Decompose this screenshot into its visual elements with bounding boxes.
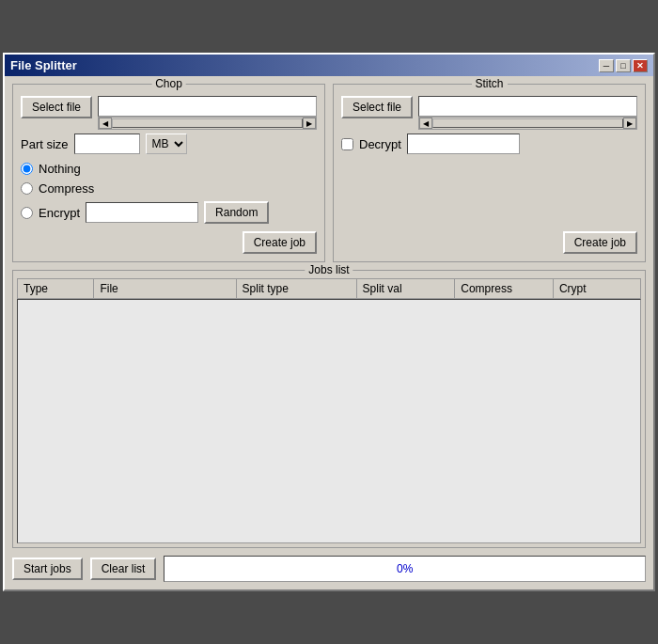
- col-header-type: Type: [18, 279, 94, 299]
- radio-nothing-row: Nothing: [21, 162, 317, 176]
- jobs-table-head: Type File Split type Split val Compress …: [18, 279, 641, 299]
- main-content: Chop Select file ◀ ▶: [5, 76, 653, 589]
- close-button[interactable]: ✕: [633, 59, 648, 72]
- chop-legend: Chop: [151, 77, 186, 90]
- stitch-file-input[interactable]: [418, 96, 637, 117]
- stitch-file-scrollbar: ◀ ▶: [418, 117, 637, 130]
- col-header-file: File: [94, 279, 236, 299]
- jobs-body-area: [17, 299, 641, 543]
- col-header-compress: Compress: [455, 279, 554, 299]
- chop-panel: Chop Select file ◀ ▶: [12, 84, 325, 262]
- progress-text: 0%: [397, 562, 413, 575]
- window-title: File Splitter: [10, 58, 77, 72]
- jobs-section: Jobs list Type File Split type Split val…: [12, 270, 646, 548]
- bottom-row: Start jobs Clear list 0%: [12, 556, 646, 582]
- jobs-legend: Jobs list: [305, 263, 352, 276]
- random-button[interactable]: Random: [204, 201, 269, 224]
- decrypt-checkbox[interactable]: [341, 138, 353, 150]
- stitch-panel-inner: Select file ◀ ▶ Decry: [341, 96, 637, 254]
- chop-create-job-button[interactable]: Create job: [243, 231, 317, 254]
- stitch-legend: Stitch: [471, 77, 507, 90]
- stitch-create-job-row: Create job: [341, 231, 637, 254]
- maximize-button[interactable]: □: [616, 59, 631, 72]
- chop-scrollbar-thumb[interactable]: [112, 118, 303, 128]
- jobs-table-header-row: Type File Split type Split val Compress …: [18, 279, 641, 299]
- decrypt-row: Decrypt: [341, 134, 637, 154]
- col-header-splitval: Split val: [356, 279, 455, 299]
- chop-create-job-row: Create job: [21, 231, 317, 254]
- stitch-scrollbar-right[interactable]: ▶: [623, 118, 636, 129]
- part-size-row: Part size MB KB GB: [21, 134, 317, 154]
- stitch-scrollbar-thumb[interactable]: [432, 118, 623, 128]
- chop-scrollbar-left[interactable]: ◀: [99, 118, 112, 129]
- decrypt-label: Decrypt: [359, 137, 401, 151]
- stitch-panel: Stitch Select file ◀ ▶: [333, 84, 646, 262]
- encrypt-input[interactable]: [86, 202, 198, 223]
- decrypt-input[interactable]: [407, 134, 520, 154]
- radio-nothing[interactable]: [21, 163, 33, 175]
- encrypt-row: Encrypt Random: [21, 201, 317, 224]
- chop-select-file-button[interactable]: Select file: [21, 96, 92, 118]
- radio-encrypt-label: Encrypt: [39, 206, 80, 220]
- clear-list-button[interactable]: Clear list: [90, 558, 157, 580]
- stitch-scrollbar-left[interactable]: ◀: [419, 118, 432, 129]
- radio-compress[interactable]: [21, 182, 33, 195]
- unit-dropdown[interactable]: MB KB GB: [146, 134, 187, 154]
- stitch-select-file-button[interactable]: Select file: [341, 96, 413, 118]
- chop-file-scrollbar: ◀ ▶: [98, 117, 317, 130]
- main-window: File Splitter ─ □ ✕ Chop Select file: [3, 53, 655, 591]
- title-bar-buttons: ─ □ ✕: [599, 59, 648, 72]
- stitch-file-row: Select file ◀ ▶: [341, 96, 637, 130]
- radio-encrypt[interactable]: [21, 207, 33, 219]
- chop-file-row: Select file ◀ ▶: [21, 96, 317, 130]
- chop-scrollbar-right[interactable]: ▶: [303, 118, 316, 129]
- chop-file-input[interactable]: [98, 96, 317, 117]
- panels-row: Chop Select file ◀ ▶: [12, 84, 646, 262]
- title-bar: File Splitter ─ □ ✕: [5, 55, 653, 76]
- part-size-input[interactable]: [74, 134, 140, 154]
- start-jobs-button[interactable]: Start jobs: [12, 558, 83, 580]
- part-size-label: Part size: [21, 137, 69, 151]
- stitch-file-input-wrapper: ◀ ▶: [418, 96, 637, 130]
- chop-panel-inner: Select file ◀ ▶ Part size: [21, 96, 317, 254]
- radio-compress-row: Compress: [21, 181, 317, 196]
- stitch-create-job-button[interactable]: Create job: [563, 231, 637, 254]
- radio-compress-label: Compress: [39, 181, 94, 196]
- minimize-button[interactable]: ─: [599, 59, 614, 72]
- chop-file-input-wrapper: ◀ ▶: [98, 96, 317, 130]
- jobs-table-wrapper: Type File Split type Split val Compress …: [17, 278, 641, 543]
- radio-nothing-label: Nothing: [39, 162, 81, 176]
- col-header-crypt: Crypt: [553, 279, 640, 299]
- jobs-table: Type File Split type Split val Compress …: [17, 278, 641, 299]
- progress-box: 0%: [164, 556, 646, 582]
- col-header-splittype: Split type: [236, 279, 356, 299]
